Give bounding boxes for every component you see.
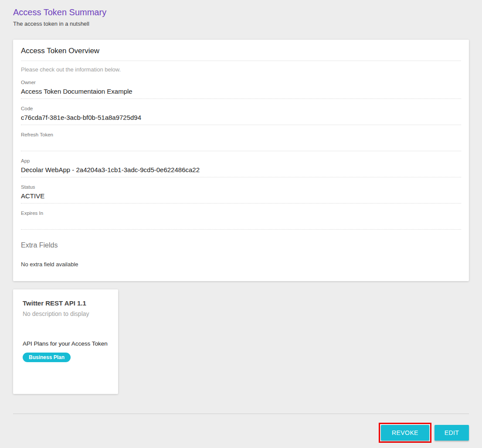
field-value: [21, 218, 461, 227]
field-row-owner: Owner Access Token Documentaion Example: [21, 79, 461, 99]
field-row-status: Status ACTIVE: [21, 184, 461, 204]
extra-fields-empty-message: No extra field available: [21, 261, 461, 268]
page: Access Token Summary The access token in…: [0, 0, 482, 443]
annotation-highlight-box: REVOKE: [379, 423, 431, 443]
field-label: Status: [21, 184, 461, 190]
api-plan-card: Twitter REST API 1.1 No description to d…: [13, 289, 118, 394]
field-label: Owner: [21, 79, 461, 85]
field-value: ACTIVE: [21, 192, 461, 200]
field-label: App: [21, 158, 461, 164]
footer-divider: [13, 414, 469, 414]
field-value: [21, 139, 461, 148]
access-token-overview-card: Access Token Overview Please check out t…: [13, 40, 469, 281]
edit-button[interactable]: EDIT: [434, 425, 469, 441]
page-subtitle: The access token in a nutshell: [13, 20, 469, 27]
field-row-expires-in: Expires In: [21, 210, 461, 230]
overview-card-title: Access Token Overview: [21, 46, 461, 61]
extra-fields-title: Extra Fields: [21, 241, 461, 250]
api-card-description: No description to display: [23, 310, 109, 318]
api-card-title: Twitter REST API 1.1: [23, 299, 109, 307]
field-row-code: Code c76cda7f-381e-3acb-bf0b-51a8a9725d9…: [21, 105, 461, 125]
api-plans-label: API Plans for your Access Token: [23, 340, 109, 347]
field-label: Code: [21, 105, 461, 112]
field-value: Decolar WebApp - 2a4204a3-1cb1-3adc-9cd5…: [21, 166, 461, 174]
field-value: Access Token Documentaion Example: [21, 87, 461, 96]
field-row-refresh-token: Refresh Token: [21, 132, 461, 151]
plan-badge-business-plan: Business Plan: [23, 353, 71, 362]
page-title: Access Token Summary: [13, 7, 469, 17]
field-value: c76cda7f-381e-3acb-bf0b-51a8a9725d94: [21, 113, 461, 122]
field-label: Refresh Token: [21, 132, 461, 138]
footer-actions: REVOKE EDIT: [13, 423, 469, 443]
fields-list: Owner Access Token Documentaion Example …: [21, 79, 461, 230]
field-label: Expires In: [21, 210, 461, 216]
revoke-button[interactable]: REVOKE: [381, 425, 429, 441]
overview-card-description: Please check out the information below.: [21, 66, 461, 73]
field-row-app: App Decolar WebApp - 2a4204a3-1cb1-3adc-…: [21, 158, 461, 177]
